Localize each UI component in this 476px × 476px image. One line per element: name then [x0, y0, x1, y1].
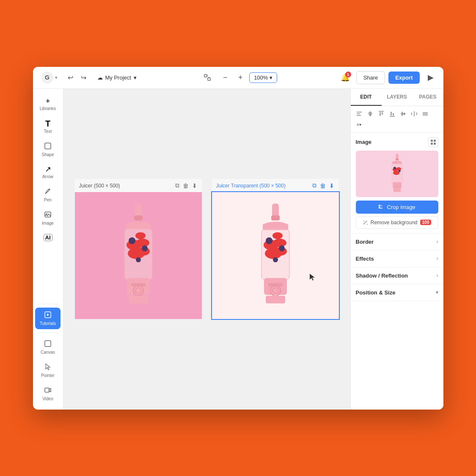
frame-header-juicer2: Juicer Transparent (500 × 500) ⧉ 🗑 ⬇	[212, 179, 339, 192]
align-bottom-button[interactable]	[387, 109, 397, 119]
svg-rect-85	[393, 189, 400, 192]
redo-button[interactable]: ↪	[77, 71, 90, 84]
effects-section[interactable]: Effects ›	[351, 250, 443, 267]
svg-rect-56	[382, 112, 383, 115]
sidebar-item-canvas[interactable]: Canvas	[35, 336, 61, 358]
svg-point-86	[363, 220, 364, 221]
zoom-out-button[interactable]: −	[219, 71, 231, 84]
sidebar-item-arrow[interactable]: ↗ Arrow	[35, 162, 61, 182]
svg-rect-58	[391, 112, 392, 116]
canvas-area[interactable]: Juicer (500 × 500) ⧉ 🗑 ⬇	[63, 89, 350, 410]
crop-image-label: Crop image	[387, 204, 415, 210]
svg-rect-71	[431, 143, 433, 145]
grid-icon	[431, 140, 436, 145]
sidebar-item-image[interactable]: Image	[35, 207, 61, 229]
svg-point-79	[396, 167, 401, 171]
arrow-icon: ↗	[45, 165, 51, 173]
frame-body-juicer1[interactable]	[75, 192, 202, 319]
zoom-display[interactable]: 100% ▾	[249, 72, 277, 83]
copy-button-juicer2[interactable]: ⧉	[312, 182, 317, 190]
sidebar-item-pen[interactable]: Pen	[35, 184, 61, 206]
svg-rect-61	[402, 112, 403, 116]
shadow-section[interactable]: Shadow / Reflection ›	[351, 267, 443, 284]
fit-button[interactable]	[201, 71, 214, 84]
sidebar-item-pointer[interactable]: Pointer	[35, 360, 61, 381]
sidebar-label-tutorials: Tutorials	[40, 321, 56, 326]
logo-dropdown-icon: ▾	[55, 75, 58, 80]
image-grid-button[interactable]	[428, 137, 438, 147]
play-button[interactable]: ▶	[423, 70, 438, 85]
tab-edit[interactable]: EDIT	[351, 89, 382, 106]
app-window: G ▾ ↩ ↪ ☁ My Project ▾	[33, 67, 443, 410]
svg-rect-0	[204, 74, 207, 77]
svg-rect-10	[45, 388, 49, 392]
distribute-v-button[interactable]: ≡▾	[354, 120, 364, 130]
svg-point-5	[49, 189, 50, 190]
sidebar-item-libraries[interactable]: + Libraries	[35, 94, 61, 114]
history-buttons: ↩ ↪	[64, 71, 90, 84]
position-size-section[interactable]: Position & Size ▾	[351, 284, 443, 301]
canvas-icon	[44, 340, 52, 349]
more-align-button[interactable]	[420, 109, 430, 119]
delete-button-juicer1[interactable]: 🗑	[182, 182, 189, 190]
crop-image-button[interactable]: Crop image	[356, 201, 438, 214]
svg-rect-9	[45, 341, 51, 347]
sidebar-separator	[37, 304, 58, 304]
align-bottom-icon	[389, 111, 395, 117]
image-section-header: Image	[356, 137, 438, 147]
svg-rect-12	[134, 215, 143, 220]
export-button[interactable]: Export	[388, 72, 419, 84]
sidebar-item-shape[interactable]: Shape	[35, 139, 61, 160]
align-left-button[interactable]	[354, 109, 364, 119]
magic-wand-icon	[363, 220, 368, 225]
sidebar-item-text[interactable]: T Text	[35, 116, 61, 137]
tab-pages[interactable]: PAGES	[413, 89, 443, 106]
project-name-button[interactable]: ☁ My Project ▾	[93, 72, 141, 83]
sidebar-label-video: Video	[42, 396, 53, 401]
main-content: + Libraries T Text Shape ↗ Arrow	[33, 89, 443, 410]
frame-actions-juicer2: ⧉ 🗑 ⬇	[312, 182, 335, 190]
border-section[interactable]: Border ›	[351, 234, 443, 250]
top-right-controls: 🔔 1 Share Export ▶	[338, 70, 438, 85]
sidebar-label-shape: Shape	[42, 152, 54, 157]
share-button[interactable]: Share	[356, 71, 385, 84]
svg-rect-69	[431, 140, 433, 142]
align-center-h-button[interactable]	[365, 109, 375, 119]
distribute-h-button[interactable]	[409, 109, 419, 119]
notifications-button[interactable]: 🔔 1	[338, 70, 353, 85]
sidebar-label-pen: Pen	[44, 198, 52, 202]
svg-rect-55	[380, 112, 381, 116]
frame-body-juicer2[interactable]	[212, 192, 339, 319]
sidebar-separator-2	[37, 333, 58, 333]
svg-rect-30	[271, 215, 280, 220]
remove-background-button[interactable]: Remove background 100	[356, 216, 438, 229]
copy-button-juicer1[interactable]: ⧉	[175, 182, 180, 190]
align-left-icon	[356, 111, 362, 117]
text-icon: T	[45, 119, 50, 128]
undo-button[interactable]: ↩	[64, 71, 77, 84]
distribute-h-icon	[411, 111, 417, 117]
align-center-v-button[interactable]	[398, 109, 408, 119]
project-name-label: My Project	[105, 74, 131, 81]
svg-rect-1	[208, 78, 210, 80]
frame-title-juicer1: Juicer (500 × 500)	[79, 183, 120, 189]
logo-button[interactable]: G ▾	[38, 70, 61, 85]
ai-icon: AI	[44, 234, 52, 241]
zoom-in-button[interactable]: +	[234, 71, 247, 84]
sidebar-item-ai[interactable]: AI	[35, 231, 61, 246]
download-button-juicer2[interactable]: ⬇	[329, 182, 335, 190]
tab-layers[interactable]: LAYERS	[382, 89, 413, 106]
logo-icon: G	[41, 72, 53, 83]
image-thumbnail	[356, 151, 438, 197]
svg-rect-72	[434, 143, 436, 145]
align-top-button[interactable]	[376, 109, 386, 119]
sidebar-item-tutorials[interactable]: Tutorials	[35, 308, 61, 329]
svg-rect-62	[404, 113, 405, 115]
sidebar-item-video[interactable]: Video	[35, 383, 61, 404]
pointer-icon	[44, 363, 52, 372]
delete-button-juicer2[interactable]: 🗑	[319, 182, 326, 190]
download-button-juicer1[interactable]: ⬇	[192, 182, 198, 190]
panel-tabs: EDIT LAYERS PAGES	[351, 89, 443, 106]
remove-bg-badge: 100	[420, 220, 432, 225]
zoom-out-icon: −	[223, 73, 228, 82]
